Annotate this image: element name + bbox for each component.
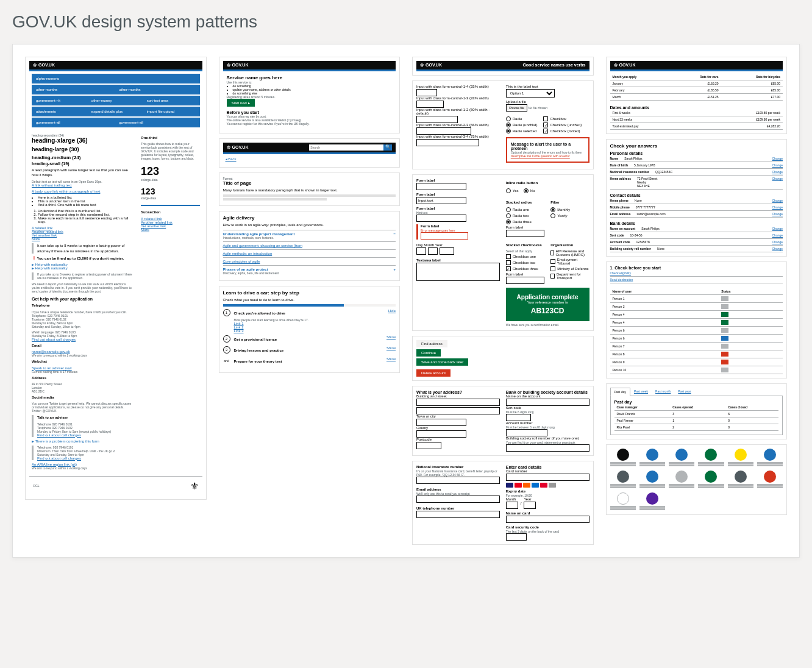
roll-number-input[interactable] [506,444,589,452]
change-link[interactable]: Change [772,157,783,160]
back-link[interactable]: ◂ Back [226,157,237,161]
change-link[interactable]: Change [772,199,783,202]
error-link[interactable]: Descriptive link to the question with an… [511,154,570,158]
nav-item[interactable]: government-all [116,119,198,126]
org-checkbox[interactable] [550,274,555,279]
checkbox[interactable] [543,123,548,127]
checkbox[interactable] [506,254,511,259]
nav-item[interactable]: import file upload [144,108,198,115]
text-input[interactable] [416,215,466,222]
radio[interactable] [506,116,511,121]
tab-past-year[interactable]: Past year [674,388,694,396]
ni-input[interactable] [416,477,500,484]
related-link[interactable]: More [32,237,40,241]
width-input-25[interactable] [416,89,437,96]
sort-code-input[interactable] [506,414,531,421]
change-link[interactable]: Change [772,247,783,250]
accordion-item[interactable]: Phases of an agile project+ Discovery, a… [223,265,396,277]
charges-link[interactable]: Find out about call charges [37,457,81,460]
building-input[interactable] [416,399,500,406]
conditional-input[interactable] [506,277,544,284]
checkbox[interactable] [543,129,548,133]
show-link[interactable]: Show [386,346,396,355]
email-input[interactable] [416,496,500,503]
checkbox[interactable] [506,266,511,271]
change-link[interactable]: Change [772,233,783,237]
task-link[interactable]: Check eligibility [610,271,631,275]
width-input-75[interactable] [416,139,479,146]
radio[interactable] [506,207,511,212]
radio[interactable] [506,129,511,133]
nav-item[interactable]: government-all [34,119,115,126]
conditional-input[interactable] [506,230,544,237]
nav-item[interactable]: expand details plus [89,108,143,115]
csc-input[interactable] [506,533,527,541]
county-input[interactable] [416,430,466,438]
problem-details[interactable]: There is a problem completing this form [32,439,135,443]
aria-link[interactable]: An ARIA live region link (alt) [32,463,77,466]
webchat-link[interactable]: Speak to an adviser now [32,366,72,370]
radio-yes[interactable] [506,188,511,193]
text-input[interactable] [416,183,466,190]
change-link[interactable]: Change [772,177,783,188]
call-charges-link[interactable]: Find out about call charges [37,433,81,437]
month-input[interactable] [428,247,438,255]
radio-no[interactable] [524,188,529,193]
search-button[interactable]: 🔍 [383,144,392,151]
exp-month-input[interactable] [506,502,518,509]
org-checkbox[interactable] [550,266,555,271]
accordion-link[interactable]: Core principles of agile [223,260,260,263]
step-link[interactable]: Link 3 [234,329,244,333]
filter-radio[interactable] [550,207,555,212]
town-input[interactable] [416,419,466,426]
width-input-66[interactable] [416,127,471,135]
change-link[interactable]: Change [772,205,783,209]
nav-item[interactable]: alpha-numeric [34,76,198,82]
postcode-input[interactable] [416,442,441,449]
hide-link[interactable]: Hide [388,309,396,318]
inline-link[interactable]: A body copy link within a paragraph of t… [32,190,100,193]
find-address-button[interactable]: Find address [416,340,447,347]
accordion-link[interactable]: Agile methods: an introduction [223,252,272,255]
change-link[interactable]: Change [772,163,783,167]
nav-item[interactable]: government-n't [34,98,87,104]
delete-button[interactable]: Delete account [416,369,451,377]
change-link[interactable]: Change [772,170,783,174]
width-input-33[interactable] [416,101,444,108]
start-button[interactable]: Start now ▸ [227,99,255,107]
continue-button[interactable]: Continue [416,349,441,357]
nav-item[interactable]: other-months [116,87,198,93]
width-input-50[interactable] [416,116,458,123]
change-link[interactable]: Change [772,240,783,244]
call-charges-link[interactable]: Find out about call charges [32,338,76,341]
task-link[interactable]: Read declaration [610,278,633,282]
tab-past-month[interactable]: Past month [652,388,674,396]
sub-link[interactable]: More [141,228,149,232]
textarea[interactable] [416,263,500,281]
name-on-card-input[interactable] [506,516,589,523]
tab-past-day[interactable]: Past day [610,388,630,396]
file-upload-button[interactable]: Choose file [506,104,527,112]
solo-link[interactable]: A link without trailing text [32,183,72,187]
checkbox[interactable] [543,116,548,121]
text-input[interactable] [416,197,466,204]
street-input[interactable] [416,407,500,414]
tel-input[interactable] [416,511,500,518]
radio[interactable] [506,219,511,224]
show-link[interactable]: Show [386,335,396,344]
nav-item[interactable]: other-months [34,87,115,93]
nav-item[interactable]: sort-text area [144,98,198,104]
card-number-input[interactable] [506,474,589,481]
filter-radio[interactable] [550,213,555,218]
year-input[interactable] [440,247,454,255]
account-number-input[interactable] [506,429,547,436]
nav-item[interactable]: other-money [89,98,143,104]
checkbox[interactable] [506,260,511,265]
tab-past-week[interactable]: Past week [630,388,652,396]
accordion-link[interactable]: Agile and government: choosing an servic… [223,244,302,247]
select-dropdown[interactable]: Option 1 [506,89,555,98]
org-checkbox[interactable] [550,250,554,255]
day-input[interactable] [416,247,426,255]
text-input-error[interactable] [421,232,468,240]
change-link[interactable]: Change [772,212,783,216]
